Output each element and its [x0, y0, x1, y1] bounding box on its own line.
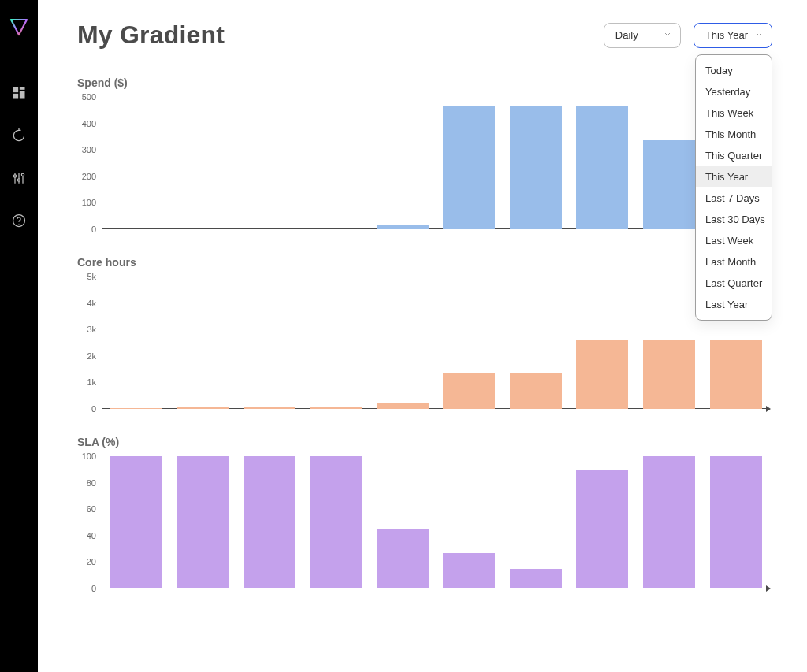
y-tick: 0: [74, 404, 96, 414]
range-option[interactable]: Today: [696, 60, 772, 81]
bar[interactable]: [576, 106, 628, 229]
bar-slot: [702, 456, 769, 588]
y-tick: 0: [74, 225, 96, 234]
range-option[interactable]: Last Quarter: [696, 273, 772, 294]
y-tick: 400: [74, 119, 96, 128]
bar[interactable]: [510, 373, 562, 409]
bar-slot: [503, 456, 570, 588]
bar-slot: [436, 456, 503, 588]
bar-slot: [169, 97, 236, 229]
y-tick: 40: [74, 531, 96, 540]
bar-slot: [636, 456, 703, 588]
y-axis: 01k2k3k4k5k: [77, 277, 99, 409]
bar[interactable]: [443, 373, 495, 409]
bar[interactable]: [510, 106, 562, 229]
range-option[interactable]: This Week: [696, 102, 772, 124]
range-option[interactable]: Last Year: [696, 294, 772, 315]
bar[interactable]: [576, 470, 628, 588]
logo-icon[interactable]: [9, 17, 28, 36]
chart-sla: SLA (%)020406080100: [77, 436, 772, 588]
y-tick: 80: [74, 478, 96, 488]
y-axis: 0100200300400500: [77, 97, 99, 229]
y-axis: 020406080100: [77, 456, 99, 588]
interval-dropdown-label: Daily: [615, 29, 638, 41]
range-option[interactable]: Last Week: [696, 230, 772, 251]
interval-dropdown[interactable]: Daily: [604, 23, 681, 48]
bar[interactable]: [110, 408, 162, 409]
bar[interactable]: [643, 456, 695, 588]
svg-rect-1: [20, 87, 25, 90]
y-tick: 4k: [74, 299, 96, 308]
bar-slot: [569, 277, 636, 409]
bar[interactable]: [310, 407, 362, 409]
bars: [102, 277, 769, 409]
bar-slot: [303, 277, 370, 409]
bar[interactable]: [643, 140, 695, 229]
bar[interactable]: [576, 340, 628, 409]
y-tick: 1k: [74, 377, 96, 387]
y-tick: 3k: [74, 325, 96, 334]
bar[interactable]: [377, 403, 429, 409]
bar[interactable]: [443, 106, 495, 229]
bar[interactable]: [244, 456, 296, 588]
bar-slot: [169, 277, 236, 409]
range-option[interactable]: Last 7 Days: [696, 187, 772, 209]
bar-slot: [503, 277, 570, 409]
y-tick: 300: [74, 145, 96, 154]
bar-slot: [636, 97, 703, 229]
bar[interactable]: [244, 407, 296, 409]
bar-slot: [102, 97, 169, 229]
bars: [102, 97, 769, 229]
range-option[interactable]: This Month: [696, 124, 772, 145]
range-dropdown-label: This Year: [705, 29, 748, 41]
sliders-icon[interactable]: [9, 169, 28, 187]
bar-slot: [236, 277, 303, 409]
bar[interactable]: [377, 529, 429, 588]
range-option[interactable]: Last 30 Days: [696, 209, 772, 230]
range-dropdown-menu: TodayYesterdayThis WeekThis MonthThis Qu…: [695, 54, 772, 321]
bar[interactable]: [177, 407, 229, 409]
chevron-down-icon: [663, 29, 672, 41]
range-dropdown[interactable]: This Year TodayYesterdayThis WeekThis Mo…: [694, 23, 772, 48]
chart-title: SLA (%): [77, 436, 772, 448]
bar[interactable]: [710, 340, 762, 409]
range-option[interactable]: This Quarter: [696, 145, 772, 166]
range-option[interactable]: Last Month: [696, 251, 772, 273]
bar-slot: [569, 97, 636, 229]
help-icon[interactable]: [9, 211, 28, 230]
y-tick: 500: [74, 92, 96, 102]
dashboard-icon[interactable]: [9, 84, 28, 102]
bar[interactable]: [643, 340, 695, 409]
bar[interactable]: [710, 456, 762, 588]
range-option[interactable]: This Year: [696, 166, 772, 187]
y-tick: 100: [74, 198, 96, 207]
bar[interactable]: [377, 225, 429, 229]
svg-point-5: [13, 175, 16, 177]
svg-point-11: [19, 224, 20, 225]
bar-slot: [236, 456, 303, 588]
main-content: My Gradient Daily This Year TodayYesterd: [38, 0, 807, 672]
sidebar: [0, 0, 38, 672]
range-dropdown-button[interactable]: This Year: [694, 23, 772, 48]
bar[interactable]: [443, 553, 495, 588]
bar-slot: [236, 97, 303, 229]
chart-area: 020406080100: [77, 456, 772, 588]
bar[interactable]: [510, 569, 562, 588]
bars: [102, 456, 769, 588]
y-tick: 0: [74, 584, 96, 593]
y-tick: 20: [74, 557, 96, 566]
chart-area: 01k2k3k4k5k: [77, 277, 772, 409]
bar-slot: [369, 97, 436, 229]
bar-slot: [102, 456, 169, 588]
y-tick: 200: [74, 172, 96, 181]
plot: [102, 456, 769, 588]
bar-slot: [303, 456, 370, 588]
interval-dropdown-button[interactable]: Daily: [604, 23, 681, 48]
bar[interactable]: [177, 456, 229, 588]
range-option[interactable]: Yesterday: [696, 81, 772, 102]
bar-slot: [369, 277, 436, 409]
chevron-down-icon: [754, 29, 764, 41]
bar[interactable]: [110, 456, 162, 588]
bar[interactable]: [310, 456, 362, 588]
refresh-icon[interactable]: [9, 126, 28, 145]
